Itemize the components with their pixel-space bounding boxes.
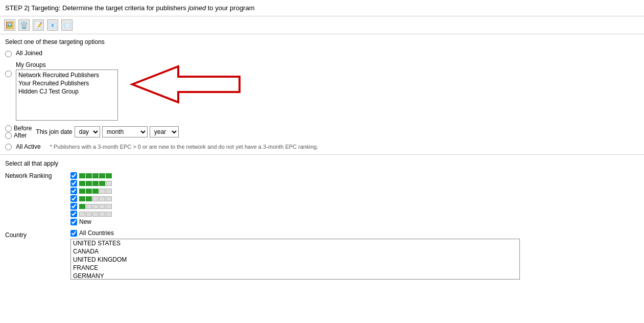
my-groups-radio[interactable] bbox=[5, 71, 12, 77]
all-countries-label: All Countries bbox=[79, 229, 114, 237]
country-section: Country All Countries UNITED STATESCANAD… bbox=[0, 227, 644, 282]
join-date-label: This join date bbox=[36, 128, 72, 135]
month-select[interactable]: monthJanuaryFebruaryMarchAprilMayJuneJul… bbox=[102, 126, 148, 137]
rank-checkbox[interactable] bbox=[70, 211, 77, 217]
country-item[interactable]: UNITED STATES bbox=[71, 239, 519, 247]
targeting-section-label: Select one of these targeting options bbox=[0, 34, 644, 48]
group-item[interactable]: Hidden CJ Test Group bbox=[17, 87, 116, 96]
new-label: New bbox=[79, 218, 91, 225]
ranking-item bbox=[70, 180, 112, 187]
rank-bar bbox=[79, 173, 112, 178]
country-item[interactable]: GERMANY bbox=[71, 272, 519, 280]
all-active-radio[interactable] bbox=[5, 144, 12, 150]
after-label: After bbox=[14, 132, 27, 139]
before-after-section: Before After This join date day123456789… bbox=[0, 123, 644, 141]
all-active-label: All Active bbox=[16, 143, 41, 150]
rank-checkbox[interactable] bbox=[70, 195, 77, 202]
rank-checkbox[interactable] bbox=[70, 203, 77, 210]
all-active-note: * Publishers with a 3-month EPC > 0 or a… bbox=[45, 144, 319, 150]
toolbar-icon-1[interactable]: 🖼️ bbox=[4, 19, 15, 31]
toolbar-icon-3[interactable]: 📝 bbox=[33, 19, 44, 31]
arrow-annotation bbox=[122, 61, 245, 107]
before-radio-row: Before bbox=[5, 125, 32, 132]
after-radio-row: After bbox=[5, 132, 32, 139]
divider-1 bbox=[0, 154, 644, 155]
network-ranking-label: Network Ranking bbox=[5, 172, 66, 225]
country-item[interactable]: CANADA bbox=[71, 247, 519, 256]
toolbar-icon-5[interactable]: 📨 bbox=[61, 19, 73, 31]
header-text2: to your program bbox=[208, 4, 255, 12]
country-item[interactable]: FRANCE bbox=[71, 264, 519, 272]
all-joined-row: All Joined bbox=[0, 48, 644, 59]
network-ranking-section: Network Ranking New bbox=[0, 170, 644, 227]
group-item[interactable]: Your Recruited Publishers bbox=[17, 79, 116, 87]
rank-bar bbox=[79, 196, 112, 201]
before-after-pair: Before After bbox=[5, 125, 32, 139]
group-item[interactable]: Network Recruited Publishers bbox=[17, 71, 116, 79]
all-countries-row: All Countries bbox=[70, 229, 520, 237]
all-joined-label: All Joined bbox=[16, 50, 42, 57]
select-all-label: Select all that apply bbox=[0, 157, 644, 170]
join-date-row: This join date day1234567891011121314151… bbox=[36, 126, 178, 137]
rank-bar bbox=[79, 212, 112, 217]
all-active-row: All Active * Publishers with a 3-month E… bbox=[0, 141, 644, 152]
ranking-item bbox=[70, 195, 112, 202]
new-ranking-item: New bbox=[70, 218, 112, 225]
rank-checkbox[interactable] bbox=[70, 180, 77, 187]
country-label: Country bbox=[5, 229, 66, 239]
after-radio[interactable] bbox=[5, 132, 12, 139]
step-label: STEP 2| bbox=[5, 4, 30, 12]
page-header: STEP 2| Targeting: Determine the target … bbox=[0, 0, 644, 16]
rank-checkbox[interactable] bbox=[70, 172, 77, 179]
toolbar: 🖼️ 🗑️ 📝 📧 📨 bbox=[0, 16, 644, 34]
new-checkbox[interactable] bbox=[70, 219, 77, 225]
country-list[interactable]: UNITED STATESCANADAUNITED KINGDOMFRANCEG… bbox=[70, 239, 520, 280]
ranking-item bbox=[70, 172, 112, 179]
all-countries-checkbox[interactable] bbox=[70, 230, 77, 237]
rank-bar bbox=[79, 181, 112, 186]
country-item[interactable]: UNITED KINGDOM bbox=[71, 256, 519, 264]
rank-bar bbox=[79, 204, 112, 209]
my-groups-listbox[interactable]: Network Recruited PublishersYour Recruit… bbox=[16, 70, 118, 121]
ranking-item bbox=[70, 188, 112, 194]
rank-bar bbox=[79, 189, 112, 194]
year-select[interactable]: year200020012002200320042005200620072008… bbox=[150, 126, 179, 137]
header-text: Targeting: Determine the target criteria… bbox=[31, 4, 188, 12]
ranking-item bbox=[70, 203, 112, 210]
my-groups-label: My Groups bbox=[16, 61, 118, 68]
day-select[interactable]: day1234567891011121314151617181920212223… bbox=[75, 126, 100, 137]
svg-marker-0 bbox=[132, 66, 240, 102]
rank-checkbox[interactable] bbox=[70, 188, 77, 194]
toolbar-icon-2[interactable]: 🗑️ bbox=[18, 19, 30, 31]
my-groups-row: My Groups Network Recruited PublishersYo… bbox=[0, 59, 644, 123]
before-radio[interactable] bbox=[5, 125, 12, 132]
toolbar-icon-4[interactable]: 📧 bbox=[47, 19, 58, 31]
header-italic: joined bbox=[188, 4, 206, 12]
country-controls: All Countries UNITED STATESCANADAUNITED … bbox=[70, 229, 520, 280]
ranking-items: New bbox=[70, 172, 112, 225]
before-label: Before bbox=[14, 125, 32, 132]
all-joined-radio[interactable] bbox=[5, 51, 12, 57]
ranking-item bbox=[70, 211, 112, 217]
